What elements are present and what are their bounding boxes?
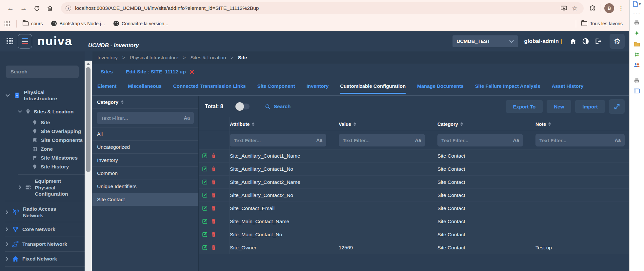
people-icon[interactable] [634, 63, 640, 68]
delete-icon[interactable] [211, 206, 216, 211]
attribute-filter-input[interactable] [234, 138, 313, 143]
forward-icon[interactable]: → [17, 2, 30, 14]
reload-icon[interactable] [30, 2, 43, 14]
bookmark-cours[interactable]: cours [23, 21, 43, 26]
sidebar-item-physical-infrastructure[interactable]: Physical Infrastructure [0, 89, 85, 102]
table-row[interactable]: Site_Owner 12569 Site Contact Test up [199, 241, 629, 254]
environment-select[interactable]: UCMDB_TEST [453, 35, 518, 47]
tab-site-component[interactable]: Site Component [257, 83, 295, 94]
sidebar-item-site-history[interactable]: Site History [0, 162, 85, 171]
category-filter-input[interactable] [441, 138, 510, 143]
edit-icon[interactable] [202, 180, 207, 184]
tab-connected-transmission-links[interactable]: Connected Transmission Links [173, 83, 246, 94]
table-row[interactable]: Site_Auxiliary_Contact2_No Site Contact [199, 189, 629, 202]
logout-icon[interactable] [592, 35, 604, 48]
new-button[interactable]: New [547, 100, 571, 113]
column-header-category[interactable]: Category [437, 117, 535, 131]
case-sensitive-toggle[interactable]: Aa [184, 115, 190, 121]
tree-icon[interactable] [634, 52, 640, 57]
edit-icon[interactable] [202, 206, 207, 211]
edit-icon[interactable] [202, 166, 207, 171]
bookmark-star-icon[interactable]: ☆ [569, 3, 580, 13]
content-scrollbar[interactable] [85, 61, 92, 271]
window-icon[interactable] [634, 88, 640, 93]
sort-icon[interactable] [460, 122, 463, 126]
table-row[interactable]: Site_Auxiliary_Contact1_Name Site Contac… [199, 149, 629, 163]
category-item-uncategorized[interactable]: Uncategorized [92, 141, 198, 154]
tab-customizable-configuration[interactable]: Customizable Configuration [340, 83, 406, 94]
column-header-note[interactable]: Note [535, 117, 629, 131]
column-header-value[interactable]: Value [339, 117, 437, 131]
scrollbar-thumb[interactable] [86, 67, 91, 172]
apps-grid-icon[interactable] [5, 21, 10, 26]
category-header[interactable]: Category [92, 96, 198, 109]
tab-miscellaneous[interactable]: Miscellaneous [128, 83, 162, 94]
install-app-icon[interactable] [558, 3, 569, 13]
delete-icon[interactable] [211, 232, 216, 237]
category-item-common[interactable]: Common [92, 167, 198, 180]
sidebar-item-site-milestones[interactable]: Site Milestones [0, 153, 85, 162]
sidebar-item-fixed-network[interactable]: Fixed Network [0, 254, 85, 263]
close-tab-icon[interactable] [189, 69, 195, 75]
tab-inventory[interactable]: Inventory [307, 83, 329, 94]
table-row[interactable]: Site_Auxiliary_Contact1_No Site Contact [199, 163, 629, 176]
new-file-icon[interactable] [633, 1, 638, 7]
sidebar-item-core-network[interactable]: Core Network [0, 225, 85, 234]
delete-icon[interactable] [211, 166, 216, 171]
category-item-inventory[interactable]: Inventory [92, 154, 198, 167]
tab-element[interactable]: Element [97, 83, 116, 94]
dock-dropdown-icon[interactable]: ▾ [639, 2, 641, 6]
sidebar-item-site[interactable]: Site [0, 118, 85, 127]
menu-hamburger-button[interactable] [18, 34, 32, 48]
table-row[interactable]: Site_Contact_Email Site Contact [199, 202, 629, 215]
all-favorites[interactable]: Tous les favoris [581, 21, 623, 26]
breadcrumb-item[interactable]: Inventory [97, 55, 118, 60]
app-launcher-icon[interactable] [7, 38, 14, 45]
case-sensitive-toggle[interactable]: Aa [316, 138, 322, 143]
extensions-icon[interactable] [587, 3, 598, 13]
case-sensitive-toggle[interactable]: Aa [614, 138, 621, 143]
sidebar-item-transport-network[interactable]: Transport Network [0, 240, 85, 249]
sidebar-item-site-components[interactable]: Site Components [0, 136, 85, 145]
bookmark-connaitre[interactable]: Connaître la version... [113, 21, 168, 26]
sidebar-item-zone[interactable]: Zone [0, 145, 85, 153]
home-icon[interactable] [43, 2, 56, 14]
delete-icon[interactable] [211, 153, 216, 158]
site-info-icon[interactable]: i [66, 6, 71, 11]
filter-toggle[interactable] [236, 104, 250, 109]
bookmark-bootstrap[interactable]: Bootstrap vs Node.j... [51, 21, 105, 26]
sparkle-icon[interactable] [634, 30, 640, 36]
category-filter-input[interactable] [101, 115, 181, 121]
category-item-unique-identifiers[interactable]: Unique Identifiers [92, 180, 198, 193]
table-search[interactable]: Search [265, 104, 291, 110]
tab-site-failure-impact-analysis[interactable]: Site Failure Impact Analysis [475, 83, 540, 94]
value-filter-input[interactable] [343, 138, 412, 143]
browser-menu-icon[interactable]: ⋮ [616, 5, 626, 12]
edit-icon[interactable] [202, 153, 207, 158]
tab-sites[interactable]: Sites [101, 69, 113, 75]
profile-avatar[interactable]: B [604, 3, 614, 13]
tab-asset-history[interactable]: Asset History [552, 83, 584, 94]
back-icon[interactable]: ← [4, 2, 17, 14]
home-nav-icon[interactable] [567, 35, 579, 48]
category-item-site-contact[interactable]: Site Contact [92, 193, 198, 206]
import-button[interactable]: Import [575, 100, 605, 113]
sidebar-item-equipment-physical-configuration[interactable]: Equipment Physical Configuration [0, 178, 85, 197]
edit-icon[interactable] [202, 245, 207, 250]
breadcrumb-item[interactable]: Physical Infrastructure [130, 55, 178, 60]
expand-button[interactable] [609, 99, 625, 114]
sort-icon[interactable] [353, 122, 356, 126]
contrast-icon[interactable] [579, 35, 592, 48]
edit-icon[interactable] [202, 232, 207, 237]
case-sensitive-toggle[interactable]: Aa [513, 138, 519, 143]
scroll-up-arrow-icon[interactable] [86, 63, 90, 65]
column-header-attribute[interactable]: Attribute [230, 117, 339, 131]
sort-icon[interactable] [548, 122, 551, 126]
sidebar-item-sites-location[interactable]: Sites & Location [0, 108, 85, 115]
tab-manage-documents[interactable]: Manage Documents [417, 83, 464, 94]
folder-icon[interactable] [634, 42, 640, 47]
edit-icon[interactable] [202, 219, 207, 224]
printer-icon[interactable] [634, 20, 640, 25]
delete-icon[interactable] [211, 245, 216, 250]
delete-icon[interactable] [211, 180, 216, 184]
